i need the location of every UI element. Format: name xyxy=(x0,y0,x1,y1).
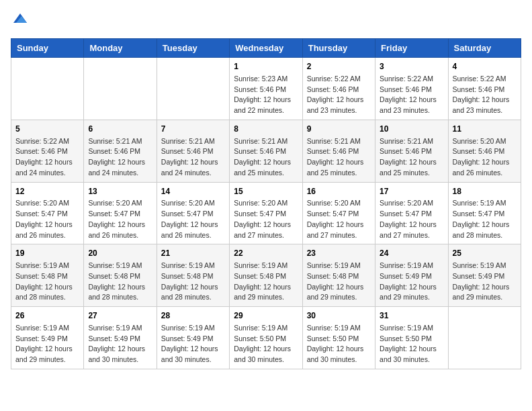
calendar-cell: 18Sunrise: 5:19 AM Sunset: 5:47 PM Dayli… xyxy=(448,182,521,244)
day-info: Sunrise: 5:21 AM Sunset: 5:46 PM Dayligh… xyxy=(88,136,152,179)
day-info: Sunrise: 5:19 AM Sunset: 5:50 PM Dayligh… xyxy=(234,323,298,365)
calendar-cell: 14Sunrise: 5:20 AM Sunset: 5:47 PM Dayli… xyxy=(157,182,229,244)
day-number: 8 xyxy=(234,124,298,135)
day-info: Sunrise: 5:19 AM Sunset: 5:48 PM Dayligh… xyxy=(15,261,79,303)
logo xyxy=(11,11,28,30)
day-info: Sunrise: 5:20 AM Sunset: 5:47 PM Dayligh… xyxy=(234,198,298,240)
day-number: 13 xyxy=(88,186,152,197)
calendar-cell: 22Sunrise: 5:19 AM Sunset: 5:48 PM Dayli… xyxy=(230,244,302,307)
calendar-cell: 15Sunrise: 5:20 AM Sunset: 5:47 PM Dayli… xyxy=(230,182,302,244)
day-info: Sunrise: 5:19 AM Sunset: 5:49 PM Dayligh… xyxy=(15,323,79,365)
day-info: Sunrise: 5:20 AM Sunset: 5:47 PM Dayligh… xyxy=(15,198,79,240)
day-info: Sunrise: 5:19 AM Sunset: 5:48 PM Dayligh… xyxy=(307,261,371,303)
calendar-cell: 6Sunrise: 5:21 AM Sunset: 5:46 PM Daylig… xyxy=(84,120,157,182)
day-number: 25 xyxy=(453,248,517,259)
calendar-cell: 8Sunrise: 5:21 AM Sunset: 5:46 PM Daylig… xyxy=(230,120,302,182)
day-info: Sunrise: 5:21 AM Sunset: 5:46 PM Dayligh… xyxy=(307,136,371,179)
calendar-cell xyxy=(157,58,229,120)
day-info: Sunrise: 5:19 AM Sunset: 5:47 PM Dayligh… xyxy=(453,198,517,240)
day-number: 16 xyxy=(307,186,371,197)
calendar-cell: 3Sunrise: 5:22 AM Sunset: 5:46 PM Daylig… xyxy=(375,58,448,120)
calendar-week-5: 26Sunrise: 5:19 AM Sunset: 5:49 PM Dayli… xyxy=(11,307,521,369)
day-header-tuesday: Tuesday xyxy=(157,39,229,58)
day-number: 27 xyxy=(88,310,152,322)
day-info: Sunrise: 5:23 AM Sunset: 5:46 PM Dayligh… xyxy=(234,74,298,116)
calendar-week-3: 12Sunrise: 5:20 AM Sunset: 5:47 PM Dayli… xyxy=(11,182,521,244)
calendar-cell: 30Sunrise: 5:19 AM Sunset: 5:50 PM Dayli… xyxy=(302,307,375,369)
day-number: 3 xyxy=(380,61,443,73)
day-info: Sunrise: 5:19 AM Sunset: 5:48 PM Dayligh… xyxy=(161,261,225,303)
day-number: 17 xyxy=(380,186,443,197)
day-info: Sunrise: 5:19 AM Sunset: 5:48 PM Dayligh… xyxy=(234,261,298,303)
calendar-cell: 16Sunrise: 5:20 AM Sunset: 5:47 PM Dayli… xyxy=(302,182,375,244)
calendar-cell: 7Sunrise: 5:21 AM Sunset: 5:46 PM Daylig… xyxy=(157,120,229,182)
calendar-header: SundayMondayTuesdayWednesdayThursdayFrid… xyxy=(11,39,521,58)
day-header-thursday: Thursday xyxy=(302,39,375,58)
calendar-cell: 9Sunrise: 5:21 AM Sunset: 5:46 PM Daylig… xyxy=(302,120,375,182)
calendar-cell: 2Sunrise: 5:22 AM Sunset: 5:46 PM Daylig… xyxy=(302,58,375,120)
calendar-cell: 27Sunrise: 5:19 AM Sunset: 5:49 PM Dayli… xyxy=(84,307,157,369)
day-number: 2 xyxy=(307,61,371,73)
day-number: 22 xyxy=(234,248,298,259)
day-info: Sunrise: 5:22 AM Sunset: 5:46 PM Dayligh… xyxy=(307,74,371,116)
day-info: Sunrise: 5:21 AM Sunset: 5:46 PM Dayligh… xyxy=(380,136,443,179)
day-header-friday: Friday xyxy=(375,39,448,58)
day-number: 9 xyxy=(307,124,371,135)
day-number: 1 xyxy=(234,61,298,73)
logo-icon xyxy=(12,11,28,27)
day-number: 30 xyxy=(307,310,371,322)
day-number: 15 xyxy=(234,186,298,197)
calendar-cell: 13Sunrise: 5:20 AM Sunset: 5:47 PM Dayli… xyxy=(84,182,157,244)
calendar-cell: 10Sunrise: 5:21 AM Sunset: 5:46 PM Dayli… xyxy=(375,120,448,182)
day-info: Sunrise: 5:22 AM Sunset: 5:46 PM Dayligh… xyxy=(453,74,517,116)
calendar-cell: 5Sunrise: 5:22 AM Sunset: 5:46 PM Daylig… xyxy=(11,120,84,182)
calendar-cell: 1Sunrise: 5:23 AM Sunset: 5:46 PM Daylig… xyxy=(230,58,302,120)
day-number: 4 xyxy=(453,61,517,73)
calendar-week-2: 5Sunrise: 5:22 AM Sunset: 5:46 PM Daylig… xyxy=(11,120,521,182)
day-number: 5 xyxy=(15,124,79,135)
day-number: 19 xyxy=(15,248,79,259)
calendar-cell xyxy=(11,58,84,120)
day-info: Sunrise: 5:22 AM Sunset: 5:46 PM Dayligh… xyxy=(380,74,443,116)
day-info: Sunrise: 5:20 AM Sunset: 5:47 PM Dayligh… xyxy=(88,198,152,240)
calendar-cell: 19Sunrise: 5:19 AM Sunset: 5:48 PM Dayli… xyxy=(11,244,84,307)
day-header-sunday: Sunday xyxy=(11,39,84,58)
calendar-cell: 29Sunrise: 5:19 AM Sunset: 5:50 PM Dayli… xyxy=(230,307,302,369)
page-header xyxy=(11,11,521,30)
day-info: Sunrise: 5:19 AM Sunset: 5:50 PM Dayligh… xyxy=(380,323,443,365)
day-header-saturday: Saturday xyxy=(448,39,521,58)
calendar-cell: 28Sunrise: 5:19 AM Sunset: 5:49 PM Dayli… xyxy=(157,307,229,369)
calendar-body: 1Sunrise: 5:23 AM Sunset: 5:46 PM Daylig… xyxy=(11,58,521,369)
calendar-cell: 24Sunrise: 5:19 AM Sunset: 5:49 PM Dayli… xyxy=(375,244,448,307)
calendar-cell: 21Sunrise: 5:19 AM Sunset: 5:48 PM Dayli… xyxy=(157,244,229,307)
day-info: Sunrise: 5:19 AM Sunset: 5:49 PM Dayligh… xyxy=(453,261,517,303)
calendar-cell xyxy=(84,58,157,120)
day-info: Sunrise: 5:20 AM Sunset: 5:47 PM Dayligh… xyxy=(161,198,225,240)
day-number: 23 xyxy=(307,248,371,259)
day-number: 26 xyxy=(15,310,79,322)
day-number: 31 xyxy=(380,310,443,322)
calendar-cell: 17Sunrise: 5:20 AM Sunset: 5:47 PM Dayli… xyxy=(375,182,448,244)
calendar-cell: 25Sunrise: 5:19 AM Sunset: 5:49 PM Dayli… xyxy=(448,244,521,307)
day-info: Sunrise: 5:19 AM Sunset: 5:49 PM Dayligh… xyxy=(380,261,443,303)
day-info: Sunrise: 5:19 AM Sunset: 5:49 PM Dayligh… xyxy=(88,323,152,365)
day-info: Sunrise: 5:19 AM Sunset: 5:50 PM Dayligh… xyxy=(307,323,371,365)
day-number: 20 xyxy=(88,248,152,259)
day-info: Sunrise: 5:21 AM Sunset: 5:46 PM Dayligh… xyxy=(234,136,298,179)
day-number: 12 xyxy=(15,186,79,197)
day-info: Sunrise: 5:20 AM Sunset: 5:46 PM Dayligh… xyxy=(453,136,517,179)
day-number: 10 xyxy=(380,124,443,135)
day-info: Sunrise: 5:20 AM Sunset: 5:47 PM Dayligh… xyxy=(307,198,371,240)
day-number: 21 xyxy=(161,248,225,259)
calendar-cell: 26Sunrise: 5:19 AM Sunset: 5:49 PM Dayli… xyxy=(11,307,84,369)
day-number: 6 xyxy=(88,124,152,135)
day-number: 29 xyxy=(234,310,298,322)
day-number: 24 xyxy=(380,248,443,259)
calendar-cell: 20Sunrise: 5:19 AM Sunset: 5:48 PM Dayli… xyxy=(84,244,157,307)
day-info: Sunrise: 5:22 AM Sunset: 5:46 PM Dayligh… xyxy=(15,136,79,179)
calendar-cell xyxy=(448,307,521,369)
calendar-cell: 31Sunrise: 5:19 AM Sunset: 5:50 PM Dayli… xyxy=(375,307,448,369)
day-header-monday: Monday xyxy=(84,39,157,58)
calendar-cell: 11Sunrise: 5:20 AM Sunset: 5:46 PM Dayli… xyxy=(448,120,521,182)
calendar-cell: 4Sunrise: 5:22 AM Sunset: 5:46 PM Daylig… xyxy=(448,58,521,120)
